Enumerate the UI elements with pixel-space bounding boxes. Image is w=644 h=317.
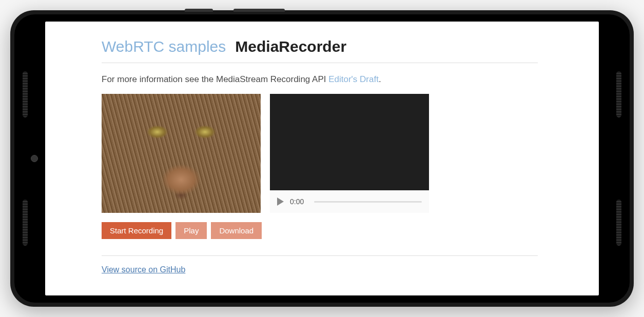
start-recording-button[interactable]: Start Recording — [102, 222, 171, 239]
description-text: For more information see the MediaStream… — [102, 74, 538, 85]
device-frame: WebRTC samples MediaRecorder For more in… — [10, 10, 634, 307]
camera-preview-image — [102, 94, 261, 213]
speaker-grille-right-top — [616, 71, 621, 117]
media-row: 0:00 — [102, 94, 538, 213]
description-suffix: . — [379, 74, 381, 84]
play-button[interactable]: Play — [175, 222, 207, 239]
front-camera-icon — [31, 155, 38, 162]
play-icon[interactable] — [277, 197, 284, 206]
page-content: WebRTC samples MediaRecorder For more in… — [102, 38, 538, 274]
screen: WebRTC samples MediaRecorder For more in… — [45, 22, 599, 295]
button-row: Start Recording Play Download — [102, 222, 538, 239]
video-time: 0:00 — [290, 197, 304, 206]
speaker-grille-right-bottom — [616, 200, 621, 246]
speaker-grille-left-bottom — [23, 200, 28, 246]
device-top-buttons — [185, 9, 285, 12]
camera-preview[interactable] — [102, 94, 261, 213]
video-canvas — [270, 94, 429, 190]
footer: View source on GitHub — [102, 255, 538, 274]
page-title: MediaRecorder — [235, 38, 346, 55]
view-source-github-link[interactable]: View source on GitHub — [102, 265, 185, 274]
video-controls: 0:00 — [270, 190, 429, 213]
site-title-link[interactable]: WebRTC samples — [102, 38, 226, 55]
video-seek-bar[interactable] — [314, 201, 422, 203]
recorded-video-player[interactable]: 0:00 — [270, 94, 429, 213]
download-button[interactable]: Download — [211, 222, 262, 239]
device-inner: WebRTC samples MediaRecorder For more in… — [14, 14, 630, 303]
description-prefix: For more information see the MediaStream… — [102, 74, 328, 84]
speaker-grille-left-top — [23, 71, 28, 117]
editors-draft-link[interactable]: Editor's Draft — [328, 74, 379, 84]
page-header: WebRTC samples MediaRecorder — [102, 38, 538, 63]
